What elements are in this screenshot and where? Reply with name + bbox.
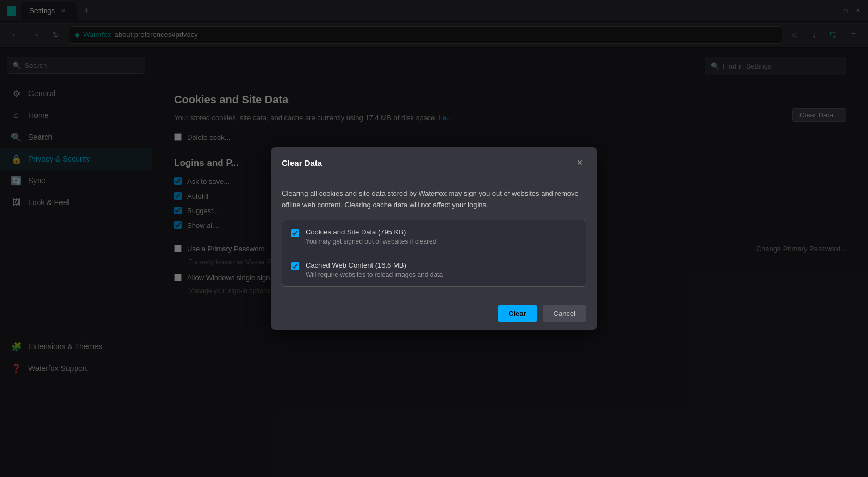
dialog-body: Clearing all cookies and site data store… — [271, 177, 597, 298]
dialog-header: Clear Data ✕ — [271, 147, 597, 177]
cookies-option-checkbox[interactable] — [291, 229, 299, 237]
dialog-close-button[interactable]: ✕ — [573, 156, 586, 169]
dialog-description: Clearing all cookies and site data store… — [282, 188, 586, 211]
clear-button[interactable]: Clear — [498, 305, 537, 322]
cookies-option-title: Cookies and Site Data (795 KB) — [306, 228, 436, 236]
dialog-title: Clear Data — [282, 158, 322, 168]
cache-option-content: Cached Web Content (16.6 MB) Will requir… — [306, 261, 443, 278]
cache-option-title: Cached Web Content (16.6 MB) — [306, 261, 443, 269]
cache-option: Cached Web Content (16.6 MB) Will requir… — [282, 253, 586, 286]
dialog-options: Cookies and Site Data (795 KB) You may g… — [282, 220, 586, 287]
cache-option-desc: Will require websites to reload images a… — [306, 271, 443, 278]
dialog-footer: Clear Cancel — [271, 298, 597, 330]
cookies-option: Cookies and Site Data (795 KB) You may g… — [282, 220, 586, 253]
cancel-button[interactable]: Cancel — [543, 305, 586, 322]
clear-data-dialog: Clear Data ✕ Clearing all cookies and si… — [271, 147, 597, 330]
cookies-option-content: Cookies and Site Data (795 KB) You may g… — [306, 228, 436, 245]
cache-option-checkbox[interactable] — [291, 262, 299, 270]
cookies-option-desc: You may get signed out of websites if cl… — [306, 238, 436, 245]
dialog-overlay: Clear Data ✕ Clearing all cookies and si… — [0, 0, 868, 477]
